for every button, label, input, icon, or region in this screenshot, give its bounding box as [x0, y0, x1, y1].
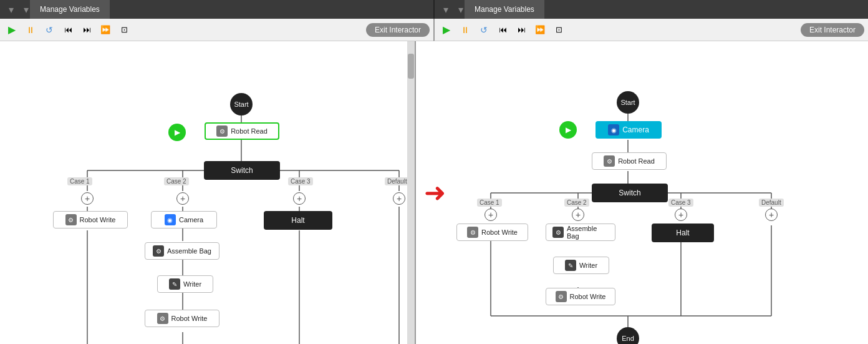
switch-node-left[interactable]: Switch: [204, 161, 280, 180]
exit-interactor-left[interactable]: Exit Interactor: [366, 23, 430, 37]
case1-label-right: Case 1: [477, 199, 502, 207]
pause-button-right[interactable]: ⏸: [457, 22, 473, 38]
camera-node-left[interactable]: ◉ Camera: [151, 211, 217, 229]
end-node-right: End: [617, 327, 639, 344]
separator3: ▾: [442, 4, 450, 16]
robot-write-1-right[interactable]: ⚙ Robot Write: [456, 224, 528, 241]
halt-node-left[interactable]: Halt: [264, 211, 332, 230]
arrow-divider: ➜: [416, 41, 453, 344]
default-label-left: Default: [385, 177, 410, 185]
robot-read-icon-left: ⚙: [216, 125, 228, 137]
plus-case1-left[interactable]: +: [81, 192, 94, 205]
step-right[interactable]: ⏩: [532, 22, 548, 38]
scrollbar-left[interactable]: [407, 41, 415, 344]
manage-variables-left[interactable]: Manage Variables: [30, 0, 110, 19]
main-content: Start ▶ ⚙ Robot Read Switch Case 1 Case …: [0, 41, 868, 344]
plus-case1-right[interactable]: +: [485, 209, 497, 221]
start-node-left: Start: [230, 93, 253, 115]
play-green-left[interactable]: ▶: [168, 124, 186, 141]
robot-write-2-left[interactable]: ⚙ Robot Write: [145, 310, 219, 327]
mode-select-right[interactable]: Manual: [435, 0, 442, 19]
separator4: ▾: [457, 4, 465, 16]
assemble-bag-icon-left: ⚙: [153, 245, 164, 257]
case2-label-left: Case 2: [164, 177, 189, 185]
robot-read-node-left[interactable]: ⚙ Robot Read: [205, 122, 279, 140]
exit-interactor-right[interactable]: Exit Interactor: [801, 23, 864, 37]
writer-node-left[interactable]: ✎ Writer: [157, 275, 213, 293]
halt-node-right[interactable]: Halt: [652, 224, 714, 242]
right-arrow: ➜: [424, 180, 446, 206]
writer-icon-right: ✎: [565, 260, 576, 271]
refresh-button-left[interactable]: ↺: [41, 22, 57, 38]
robot-write-2-icon-right: ⚙: [556, 291, 567, 302]
robot-write-1-icon-right: ⚙: [467, 227, 478, 238]
skip-end-right[interactable]: ⏭: [513, 22, 529, 38]
left-canvas: Start ▶ ⚙ Robot Read Switch Case 1 Case …: [0, 41, 416, 344]
robot-write-1-icon: ⚙: [65, 214, 77, 225]
robot-write-2-icon: ⚙: [157, 313, 168, 324]
robot-write-1-left[interactable]: ⚙ Robot Write: [53, 211, 128, 229]
plus-case2-left[interactable]: +: [176, 192, 189, 205]
screen-left[interactable]: ⊡: [116, 22, 132, 38]
play-button-right[interactable]: ▶: [438, 22, 455, 38]
skip-start-right[interactable]: ⏮: [494, 22, 511, 38]
scrollbar-thumb-left[interactable]: [408, 54, 414, 79]
case2-label-right: Case 2: [564, 199, 589, 207]
camera-icon-left: ◉: [165, 214, 176, 225]
switch-node-right[interactable]: Switch: [592, 184, 668, 202]
writer-node-right[interactable]: ✎ Writer: [553, 257, 609, 274]
start-node-right: Start: [617, 91, 639, 114]
left-lines: [0, 41, 415, 344]
mode-select-left[interactable]: Manual: [0, 0, 7, 19]
separator2: ▾: [22, 4, 30, 16]
top-bar: Manual ▾ recipe_1 ▾ Manage Variables Man…: [0, 0, 868, 19]
case1-label-left: Case 1: [67, 177, 92, 185]
robot-read-right[interactable]: ⚙ Robot Read: [592, 152, 667, 170]
recipe-select-right[interactable]: recipe_1: [450, 0, 457, 19]
top-bar-right: Manual ▾ recipe_1 ▾ Manage Variables: [433, 0, 868, 19]
step-left[interactable]: ⏩: [97, 22, 113, 38]
manage-variables-right[interactable]: Manage Variables: [465, 0, 544, 19]
recipe-select-left[interactable]: recipe_1: [15, 0, 22, 19]
camera-icon-right: ◉: [608, 124, 619, 135]
toolbar-left: ▶ ⏸ ↺ ⏮ ⏭ ⏩ ⊡ Exit Interactor: [0, 19, 433, 41]
plus-default-right[interactable]: +: [765, 209, 778, 221]
separator1: ▾: [7, 4, 15, 16]
toolbar-right: ▶ ⏸ ↺ ⏮ ⏭ ⏩ ⊡ Exit Interactor: [433, 19, 868, 41]
plus-case2-right[interactable]: +: [572, 209, 584, 221]
robot-read-icon-right: ⚙: [604, 155, 615, 167]
default-label-right: Default: [759, 199, 784, 207]
play-green-right[interactable]: ▶: [559, 121, 577, 139]
plus-default-left[interactable]: +: [393, 192, 405, 205]
case3-label-right: Case 3: [668, 199, 693, 207]
camera-node-right[interactable]: ◉ Camera: [596, 121, 662, 139]
screen-right[interactable]: ⊡: [551, 22, 567, 38]
case3-label-left: Case 3: [288, 177, 313, 185]
play-button-left[interactable]: ▶: [4, 22, 20, 38]
refresh-button-right[interactable]: ↺: [476, 22, 492, 38]
toolbar-row: ▶ ⏸ ↺ ⏮ ⏭ ⏩ ⊡ Exit Interactor ▶ ⏸ ↺ ⏮ ⏭ …: [0, 19, 868, 41]
plus-case3-left[interactable]: +: [293, 192, 306, 205]
writer-icon-left: ✎: [169, 278, 180, 290]
assemble-bag-right[interactable]: ⚙ Assemble Bag: [546, 224, 615, 241]
plus-case3-right[interactable]: +: [675, 209, 687, 221]
skip-start-left[interactable]: ⏮: [60, 22, 76, 38]
right-canvas: Start ▶ ◉ Camera ⚙ Robot Read Switch Cas…: [453, 41, 868, 344]
robot-write-2-right[interactable]: ⚙ Robot Write: [546, 288, 615, 305]
pause-button-left[interactable]: ⏸: [22, 22, 39, 38]
skip-end-left[interactable]: ⏭: [79, 22, 95, 38]
assemble-bag-left[interactable]: ⚙ Assemble Bag: [145, 242, 219, 260]
top-bar-left: Manual ▾ recipe_1 ▾ Manage Variables: [0, 0, 433, 19]
assemble-bag-icon-right: ⚙: [552, 227, 564, 238]
